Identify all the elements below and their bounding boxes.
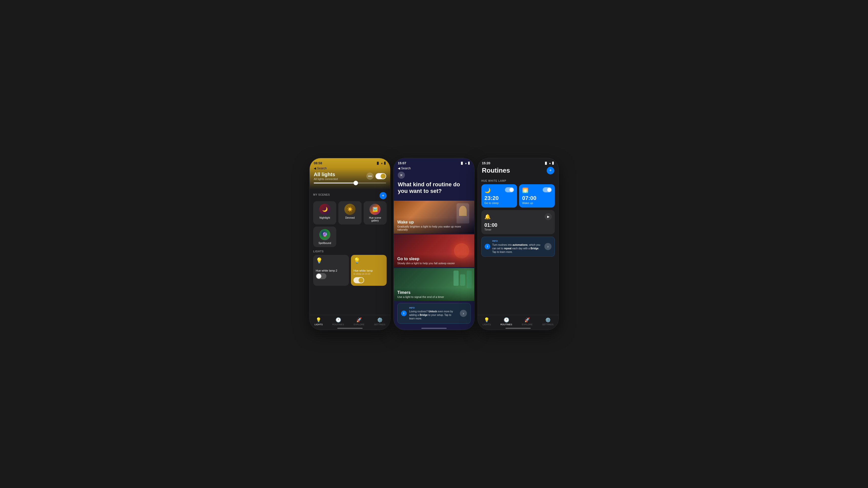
add-scene-button[interactable]: +: [379, 192, 386, 199]
status-time-1: 08:58: [314, 161, 322, 165]
routine-question: What kind of routine do you want to set?: [398, 181, 470, 195]
lamp1-toggle-switch[interactable]: [353, 277, 364, 283]
lamp2-toggle-switch[interactable]: [316, 273, 327, 279]
nightlight-icon: 🌙: [319, 204, 331, 215]
phone3-routines: 15:20 ▐▌ ▲ ▊ Routines + HUE WHITE LAMP: [477, 158, 559, 330]
search-label-2: Search: [401, 167, 411, 170]
lamp1-toggle[interactable]: [353, 277, 384, 283]
all-lights-title: All lights: [314, 172, 338, 177]
info-banner-3[interactable]: i INFO Turn routines into automations, w…: [482, 237, 555, 257]
search-label-1: Search: [317, 167, 327, 170]
home-indicator-3: [505, 328, 531, 329]
timer-bell-icon: 🔔: [485, 214, 491, 220]
nav-explore-label-3: EXPLORE: [522, 323, 533, 326]
light-card-lamp2[interactable]: 💡 Hue white lamp 2: [313, 255, 349, 286]
nav-settings-1[interactable]: ⚙️ SETTINGS: [374, 317, 385, 326]
nightlight-label: Nightlight: [319, 217, 330, 219]
info-text-3: INFO Turn routines into automations, whi…: [492, 239, 542, 254]
timer-play-button[interactable]: ▶: [545, 213, 552, 220]
phone2-routine-setup: 15:07 ▐▌ ▲ ▊ ◀ Search ✕ What kind of rou…: [394, 158, 474, 330]
routine-card-sleep[interactable]: Go to sleep Slowly dim a light to help y…: [394, 234, 474, 267]
phone1-lights: 08:58 ▐▌ ▲ ▊ ◀ Search All lights All lig…: [309, 158, 391, 330]
wakeup-toggle[interactable]: [542, 187, 552, 192]
scene-nightlight[interactable]: 🌙 Nightlight: [313, 201, 336, 225]
status-bar-2: 15:07 ▐▌ ▲ ▊: [398, 161, 470, 165]
wakeup-sun-icon: 🌅: [522, 187, 528, 193]
wakeup-routine-card[interactable]: 🌅 07:00 Wake up: [519, 184, 555, 207]
sleep-label: Go to sleep: [485, 201, 514, 204]
status-icons-3: ▐▌ ▲ ▊: [544, 162, 554, 165]
status-time-3: 15:20: [482, 161, 490, 165]
nav-explore-icon-3: 🚀: [524, 317, 530, 323]
info-arrow-2[interactable]: ›: [460, 310, 467, 317]
header-title-group: All lights All lights connected: [314, 172, 338, 181]
nav-explore-1[interactable]: 🚀 EXPLORE: [354, 317, 365, 326]
sleep-title: Go to sleep: [397, 257, 471, 261]
phone2-header: 15:07 ▐▌ ▲ ▊ ◀ Search ✕ What kind of rou…: [394, 158, 474, 201]
routine-card-wakeup[interactable]: Wake up Gradually brighten a light to he…: [394, 201, 474, 234]
nav-routines-3[interactable]: 🕐 ROUTINES: [500, 317, 512, 326]
nav-lights-icon-1: 💡: [316, 317, 321, 323]
dimmed-icon: ☀️: [344, 204, 355, 215]
lamp2-icon: 💡: [316, 257, 346, 264]
nav-explore-3[interactable]: 🚀 EXPLORE: [522, 317, 533, 326]
sleep-routine-card[interactable]: 🌙 23:20 Go to sleep: [482, 184, 517, 207]
routine-time-cards: 🌙 23:20 Go to sleep 🌅 07:00 Wake up: [482, 184, 555, 207]
sleep-moon-icon: 🌙: [485, 187, 491, 193]
timer-card-header: 🔔 ▶: [485, 213, 552, 220]
header-controls: •••: [366, 173, 386, 180]
wakeup-time: 07:00: [522, 195, 552, 201]
close-button[interactable]: ✕: [398, 172, 405, 179]
light-card-lamp1[interactable]: 💡 Hue white lamp to sleep at 23:20: [351, 255, 386, 286]
brightness-slider[interactable]: [314, 183, 386, 184]
info-label-2: INFO: [409, 306, 457, 310]
scene-spellbound[interactable]: 🔮 Spellbound: [313, 227, 336, 247]
nav-lights-label-1: LIGHTS: [314, 323, 323, 326]
wakeup-desc: Gradually brighten a light to help you w…: [397, 225, 471, 231]
timer-label-display: Timer: [485, 228, 552, 231]
gallery-icon: 🖼️: [369, 204, 380, 215]
spellbound-label: Spellbound: [318, 242, 331, 245]
sleep-rtc-header: 🌙: [485, 187, 514, 193]
close-icon: ✕: [400, 173, 403, 177]
phone1-body: MY SCENES + 🌙 Nightlight ☀️ Dimmed: [310, 190, 390, 316]
nav-settings-3[interactable]: ⚙️ SETTINGS: [542, 317, 554, 326]
info-banner-2[interactable]: i INFO Loving routines? Unlock even more…: [397, 303, 471, 324]
timer-routine-card[interactable]: 🔔 ▶ 01:00 Timer: [482, 210, 555, 234]
nav-routines-1[interactable]: 🕐 ROUTINES: [332, 317, 344, 326]
home-indicator-1: [337, 328, 363, 329]
scene-gallery[interactable]: 🖼️ Hue scene gallery: [364, 201, 386, 225]
nav-explore-icon-1: 🚀: [356, 317, 362, 323]
wakeup-label: Wake up: [522, 201, 552, 204]
routines-title-row: Routines +: [482, 167, 554, 174]
status-icons-2: ▐▌ ▲ ▊: [460, 162, 470, 165]
scene-dimmed[interactable]: ☀️ Dimmed: [338, 201, 361, 225]
status-bar-3: 15:20 ▐▌ ▲ ▊: [482, 161, 554, 165]
timer-overlay: Timers Use a light to signal the end of …: [394, 288, 474, 301]
routines-title: Routines: [482, 167, 510, 174]
lights-master-toggle[interactable]: [375, 173, 386, 179]
routine-card-timer[interactable]: Timers Use a light to signal the end of …: [394, 268, 474, 301]
phone2-body: Wake up Gradually brighten a light to he…: [394, 201, 474, 330]
nav-routines-label-3: ROUTINES: [500, 323, 512, 326]
sleep-desc: Slowly dim a light to help you fall asle…: [397, 262, 471, 265]
lamp1-icon: 💡: [353, 257, 384, 264]
nav-explore-label-1: EXPLORE: [354, 323, 365, 326]
info-arrow-3[interactable]: ›: [545, 243, 552, 250]
nav-lights-label-3: LIGHTS: [483, 323, 491, 326]
timer-title: Timers: [397, 290, 471, 295]
nav-lights-3[interactable]: 💡 LIGHTS: [483, 317, 491, 326]
wakeup-overlay: Wake up Gradually brighten a light to he…: [394, 218, 474, 234]
back-icon-1: ◀: [314, 167, 316, 170]
dots-menu-button[interactable]: •••: [366, 173, 373, 180]
nav-lights-1[interactable]: 💡 LIGHTS: [314, 317, 323, 326]
sleep-time: 23:20: [485, 195, 514, 201]
phone1-header: 08:58 ▐▌ ▲ ▊ ◀ Search All lights All lig…: [310, 158, 390, 190]
add-routine-button[interactable]: +: [547, 167, 554, 174]
gallery-label: Hue scene gallery: [366, 217, 384, 222]
lamp2-toggle[interactable]: [316, 273, 346, 279]
sleep-toggle[interactable]: [505, 187, 514, 192]
back-search-2[interactable]: ◀ Search: [398, 167, 470, 170]
phone3-body: HUE WHITE LAMP 🌙 23:20 Go to sleep 🌅: [478, 180, 558, 318]
back-search-1[interactable]: ◀ Search: [314, 167, 386, 170]
